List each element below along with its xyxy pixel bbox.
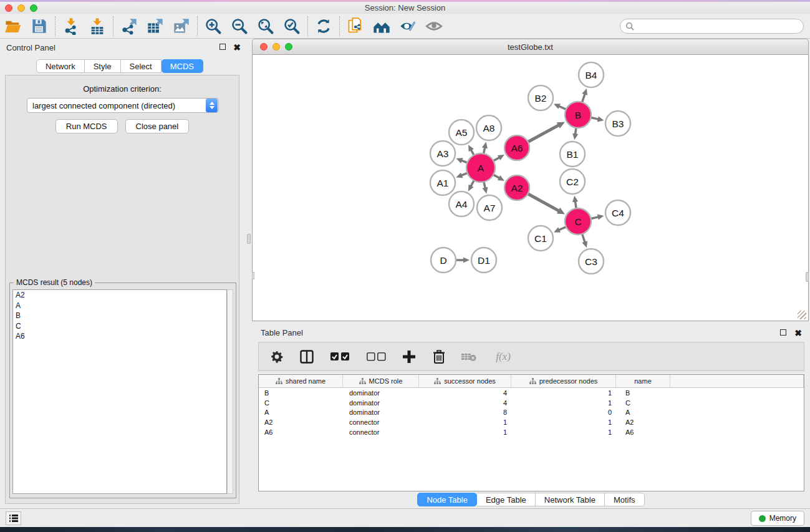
- node-table[interactable]: shared nameMCDS rolesuccessor nodesprede…: [258, 374, 804, 491]
- graph-node-A6[interactable]: A6: [504, 135, 529, 160]
- table-row[interactable]: Cdominator41C: [259, 398, 804, 408]
- graph-node-B1[interactable]: B1: [560, 142, 585, 167]
- close-panel-button[interactable]: Close panel: [125, 119, 190, 133]
- graph-node-C3[interactable]: C3: [579, 249, 604, 274]
- result-list-item[interactable]: C: [13, 321, 226, 332]
- table-cell[interactable]: dominator: [343, 398, 419, 408]
- table-cell[interactable]: C: [616, 398, 670, 408]
- tab-edge-table[interactable]: Edge Table: [477, 493, 536, 506]
- export-image-button[interactable]: [168, 16, 195, 37]
- import-network-button[interactable]: [58, 16, 84, 37]
- graph-node-A8[interactable]: A8: [476, 115, 501, 140]
- table-cell[interactable]: 1: [419, 417, 511, 427]
- search-input[interactable]: [635, 22, 803, 31]
- graph-node-A4[interactable]: A4: [449, 191, 474, 216]
- table-cell[interactable]: A6: [259, 427, 343, 437]
- tab-network[interactable]: Network: [36, 59, 85, 73]
- table-cell[interactable]: 8: [419, 408, 511, 418]
- column-header-predecessor-nodes[interactable]: predecessor nodes: [511, 375, 616, 387]
- column-header-successor-nodes[interactable]: successor nodes: [419, 375, 511, 387]
- table-cell[interactable]: A: [616, 408, 670, 418]
- tab-mcds[interactable]: MCDS: [162, 59, 203, 73]
- tab-network-table[interactable]: Network Table: [536, 493, 605, 506]
- optimization-criterion-select[interactable]: largest connected component (directed): [27, 98, 219, 113]
- open-session-button[interactable]: [0, 16, 26, 37]
- graph-node-A3[interactable]: A3: [430, 141, 455, 166]
- zoom-fit-button[interactable]: [253, 16, 279, 37]
- zoom-out-button[interactable]: [226, 16, 253, 37]
- refresh-button[interactable]: [311, 16, 337, 37]
- tab-motifs[interactable]: Motifs: [605, 493, 645, 506]
- table-cell[interactable]: B: [259, 388, 343, 398]
- table-cell[interactable]: [670, 388, 804, 398]
- table-cell[interactable]: A2: [616, 417, 670, 427]
- graph-node-A5[interactable]: A5: [449, 120, 474, 145]
- table-cell[interactable]: [670, 417, 804, 427]
- graph-node-C[interactable]: C: [565, 208, 591, 235]
- column-header-shared-name[interactable]: shared name: [259, 375, 343, 387]
- table-cell[interactable]: dominator: [343, 388, 419, 398]
- table-cell[interactable]: 1: [511, 427, 616, 437]
- result-list-item[interactable]: A6: [13, 331, 226, 342]
- edge-A6-B[interactable]: [527, 125, 559, 142]
- split-view-button[interactable]: [299, 349, 315, 365]
- table-row[interactable]: A6connector11A6: [259, 427, 804, 437]
- tab-select[interactable]: Select: [121, 59, 162, 73]
- table-settings-button[interactable]: [269, 349, 285, 365]
- graph-node-B3[interactable]: B3: [605, 111, 630, 136]
- graph-node-C4[interactable]: C4: [605, 200, 630, 225]
- memory-button[interactable]: Memory: [751, 511, 804, 526]
- hide-all-columns-button[interactable]: [365, 349, 387, 365]
- run-mcds-button[interactable]: Run MCDS: [55, 119, 118, 133]
- table-cell[interactable]: A6: [616, 427, 670, 437]
- graph-node-A2[interactable]: A2: [504, 175, 529, 200]
- result-list-scrollbar[interactable]: [227, 289, 233, 494]
- graph-node-A7[interactable]: A7: [477, 195, 502, 220]
- close-panel-icon[interactable]: ✖: [233, 44, 241, 51]
- graph-node-D1[interactable]: D1: [471, 248, 496, 273]
- export-network-button[interactable]: [116, 16, 142, 37]
- float-panel-button[interactable]: [219, 44, 226, 50]
- graph-node-A[interactable]: A: [466, 153, 495, 182]
- graph-node-B[interactable]: B: [565, 102, 591, 128]
- edge-A2-C[interactable]: [527, 193, 559, 211]
- table-cell[interactable]: connector: [343, 417, 419, 427]
- graph-node-B2[interactable]: B2: [528, 85, 553, 110]
- result-list-item[interactable]: A2: [13, 290, 226, 301]
- graph-node-B4[interactable]: B4: [579, 62, 604, 87]
- network-canvas[interactable]: B4B2BB3A5A8A6A3B1AA1C2A2A4A7C4CC1C3DD1: [252, 55, 809, 321]
- show-all-columns-button[interactable]: [329, 349, 351, 365]
- table-cell[interactable]: 1: [511, 398, 616, 408]
- table-cell[interactable]: B: [616, 388, 670, 398]
- clone-network-button[interactable]: [342, 16, 369, 37]
- show-all-button[interactable]: [421, 16, 447, 37]
- save-session-button[interactable]: [26, 16, 52, 37]
- export-table-button[interactable]: [142, 16, 168, 37]
- table-cell[interactable]: 4: [419, 398, 511, 408]
- delete-table-button[interactable]: [461, 349, 477, 365]
- table-cell[interactable]: A2: [259, 417, 343, 427]
- table-row[interactable]: A2connector11A2: [259, 417, 804, 427]
- table-cell[interactable]: 1: [419, 427, 511, 437]
- canvas-left-handle[interactable]: [252, 272, 254, 279]
- hide-selected-button[interactable]: [395, 16, 421, 37]
- table-cell[interactable]: C: [259, 398, 343, 408]
- table-row[interactable]: Bdominator41B: [259, 388, 804, 398]
- table-cell[interactable]: connector: [343, 427, 419, 437]
- panel-splitter-handle[interactable]: [247, 234, 251, 244]
- tab-node-table[interactable]: Node Table: [417, 493, 477, 506]
- column-header-mcds-role[interactable]: MCDS role: [343, 375, 419, 387]
- table-cell[interactable]: 4: [419, 388, 511, 398]
- float-table-panel-button[interactable]: [780, 329, 786, 336]
- column-header-name[interactable]: name: [616, 375, 670, 387]
- zoom-in-button[interactable]: [200, 16, 226, 37]
- close-table-panel-icon[interactable]: ✖: [794, 329, 802, 337]
- table-cell[interactable]: [670, 398, 804, 408]
- result-list-item[interactable]: B: [13, 311, 226, 321]
- create-column-button[interactable]: [401, 349, 417, 365]
- function-builder-button[interactable]: f(x): [491, 349, 516, 365]
- delete-column-button[interactable]: [431, 349, 447, 365]
- result-list-item[interactable]: A: [13, 301, 226, 311]
- home-layout-button[interactable]: [369, 16, 395, 37]
- table-cell[interactable]: dominator: [343, 408, 419, 418]
